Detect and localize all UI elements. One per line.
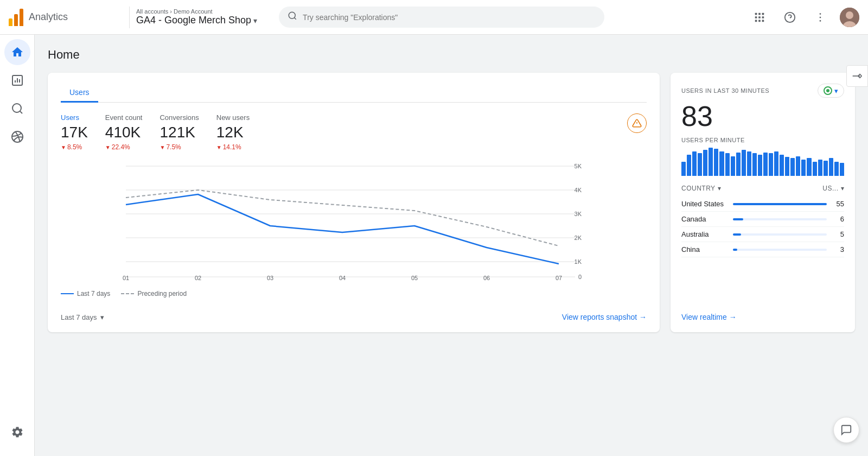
view-reports-link[interactable]: View reports snapshot → [562,313,647,321]
country-count: 55 [831,200,844,208]
svg-point-17 [846,11,853,19]
country-bar [733,249,738,251]
svg-rect-6 [758,16,761,18]
sidebar-item-reports[interactable] [4,67,30,93]
country-filter-button[interactable]: COUNTRY ▾ [681,185,721,192]
svg-rect-10 [762,20,764,22]
chat-button[interactable] [833,417,859,443]
svg-text:5K: 5K [575,163,582,169]
metric-users: Users 17K ▼ 8.5% [61,113,88,151]
metric-change-users: ▼ 8.5% [61,143,88,151]
country-filter-label: COUNTRY [681,185,716,192]
sidebar-item-home[interactable] [4,39,30,65]
search-box[interactable] [279,7,604,28]
side-panel-toggle[interactable] [846,65,868,87]
us-filter-label: US... [822,185,838,192]
alert-icon[interactable] [627,113,647,133]
country-bar-wrap [733,249,827,251]
legend-line-dashed [121,293,134,294]
mini-bar [774,151,778,176]
country-row: Canada 6 [681,212,844,227]
date-range-button[interactable]: Last 7 days ▾ [61,313,104,321]
mini-bar [687,155,691,176]
status-button[interactable]: ▾ [818,84,844,98]
svg-text:04: 04 [339,275,346,281]
sidebar-item-advertising[interactable] [4,124,30,150]
realtime-panel: USERS IN LAST 30 MINUTES ▾ 83 USERS PER … [671,73,855,332]
svg-rect-7 [762,16,764,18]
tab-users[interactable]: Users [61,84,98,103]
svg-rect-8 [755,20,757,22]
search-icon [288,11,297,23]
mini-bar [790,158,795,176]
breadcrumb: All accounts › Demo Account [136,8,257,15]
svg-text:05: 05 [411,275,418,281]
realtime-header: USERS IN LAST 30 MINUTES ▾ [681,84,844,98]
chart-container: 5K 4K 3K 2K 1K 0 [61,162,647,283]
sidebar-item-explore[interactable] [4,96,30,122]
country-bar [733,203,827,205]
per-minute-label: USERS PER MINUTE [681,137,844,143]
tab-bar: Users [61,84,647,103]
metric-new-users: New users 12K ▼ 14.1% [216,113,250,151]
metric-value-event-count: 410K [105,124,143,141]
legend-label-solid: Last 7 days [77,290,110,297]
svg-point-23 [12,104,21,112]
country-name: United States [681,200,729,208]
svg-text:07: 07 [556,275,562,281]
legend-label-dashed: Preceding period [137,290,187,297]
metric-label-conversions: Conversions [159,113,199,122]
svg-line-24 [20,111,22,113]
metric-value-users: 17K [61,124,88,141]
mini-bar [763,153,768,176]
status-dot [824,86,832,95]
country-row: Australia 5 [681,227,844,242]
mini-bar [824,161,828,176]
svg-rect-5 [755,16,757,18]
help-button[interactable] [779,7,801,28]
avatar[interactable] [840,8,859,27]
account-selector[interactable]: GA4 - Google Merch Shop ▾ [136,15,257,26]
svg-text:1K: 1K [575,258,582,265]
metric-label-new-users: New users [216,113,250,122]
svg-text:02: 02 [195,275,201,281]
us-filter-button[interactable]: US... ▾ [822,185,844,192]
logo-area: Analytics [9,9,123,26]
mini-bar [692,151,697,176]
mini-bar [742,150,746,176]
apps-button[interactable] [749,7,770,28]
legend-preceding: Preceding period [121,290,187,297]
sidebar-item-settings[interactable] [4,419,30,445]
mini-bar [681,162,686,176]
svg-text:03: 03 [267,275,273,281]
mini-bar [714,149,718,176]
search-input[interactable] [303,13,596,22]
metric-event-count: Event count 410K ▼ 22.4% [105,113,143,151]
svg-text:May: May [120,280,132,281]
metric-change-event-count: ▼ 22.4% [105,143,143,151]
metric-conversions: Conversions 121K ▼ 7.5% [159,113,199,151]
svg-point-0 [289,12,295,18]
mini-bar [818,160,822,176]
svg-point-14 [820,16,821,18]
account-dropdown-arrow: ▾ [253,16,257,25]
svg-text:4K: 4K [575,187,582,193]
more-options-button[interactable] [809,7,831,28]
country-filters: COUNTRY ▾ US... ▾ [681,185,844,192]
nav-right [749,7,859,28]
metric-label-users: Users [61,113,88,122]
country-count: 5 [831,230,844,238]
mini-bar [736,153,741,176]
country-name: Australia [681,230,729,238]
account-area: All accounts › Demo Account GA4 - Google… [136,8,257,26]
svg-rect-3 [758,12,761,15]
mini-bar [813,162,817,176]
country-table: United States 55 Canada 6 Australia 5 Ch… [681,197,844,257]
mini-bar [752,153,757,176]
mini-bar [840,163,844,176]
mini-bar-chart [681,148,844,176]
view-realtime-link[interactable]: View realtime → [681,304,844,321]
date-range-arrow: ▾ [100,313,104,321]
mini-bar [698,153,702,176]
svg-rect-9 [758,20,761,22]
